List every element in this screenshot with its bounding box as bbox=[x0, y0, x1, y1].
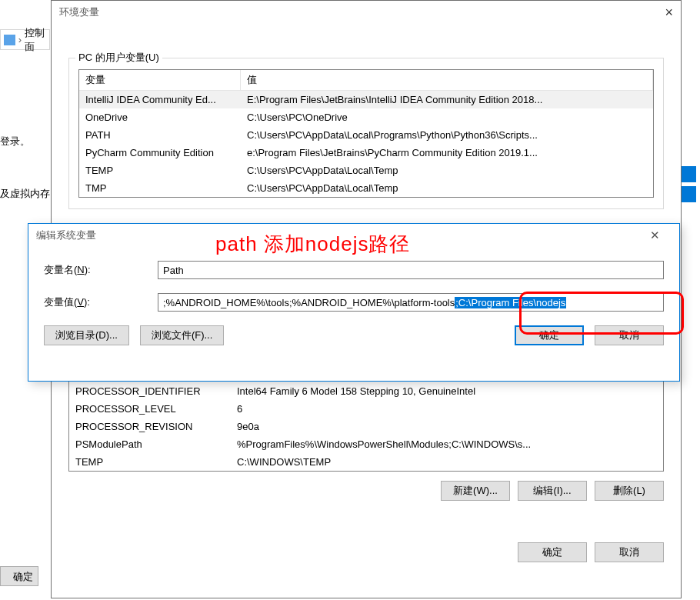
cell-val: 9e0a bbox=[231, 419, 663, 434]
edit-dialog-buttons: 浏览目录(D)... 浏览文件(F)... 确定 取消 bbox=[44, 325, 664, 345]
table-row[interactable]: PyCharm Community Editione:\Program File… bbox=[79, 144, 653, 162]
user-variables-group: PC 的用户变量(U) 变量 值 IntelliJ IDEA Community… bbox=[68, 58, 664, 209]
ok-button[interactable]: 确定 bbox=[518, 542, 587, 562]
browse-directory-button[interactable]: 浏览目录(D)... bbox=[44, 325, 129, 345]
env-vars-title: 环境变量 bbox=[59, 5, 99, 19]
edit-sys-button[interactable]: 编辑(I)... bbox=[518, 481, 587, 501]
cancel-button[interactable]: 取消 bbox=[595, 542, 664, 562]
cell-val: C:\Users\PC\AppData\Local\Temp bbox=[241, 163, 653, 178]
value-prefix-text: ;%ANDROID_HOME%\tools;%ANDROID_HOME%\pla… bbox=[163, 297, 455, 308]
table-row[interactable]: PROCESSOR_LEVEL6 bbox=[69, 400, 663, 418]
annotation-text: path 添加nodejs路径 bbox=[215, 231, 410, 258]
table-row[interactable]: OneDriveC:\Users\PC\OneDrive bbox=[79, 108, 653, 126]
table-row[interactable]: PROCESSOR_IDENTIFIERIntel64 Family 6 Mod… bbox=[69, 382, 663, 400]
cell-var: TEMP bbox=[69, 455, 231, 469]
cell-var: TEMP bbox=[79, 163, 241, 178]
table-row[interactable]: TEMPC:\Users\PC\AppData\Local\Temp bbox=[79, 162, 653, 179]
table-row[interactable]: IntelliJ IDEA Community Ed...E:\Program … bbox=[79, 91, 653, 108]
cell-val: C:\Users\PC\AppData\Local\Temp bbox=[241, 181, 653, 195]
bg-ok-button-fragment[interactable]: 确定 bbox=[0, 566, 38, 586]
table-row[interactable]: TMPC:\Users\PC\AppData\Local\Temp bbox=[79, 179, 653, 197]
table-header: 变量 值 bbox=[79, 70, 653, 91]
cell-val: %ProgramFiles%\WindowsPowerShell\Modules… bbox=[231, 437, 663, 452]
cell-var: PATH bbox=[79, 128, 241, 142]
system-buttons-row: 新建(W)... 编辑(I)... 删除(L) bbox=[68, 481, 664, 501]
variable-name-label: 变量名(N): bbox=[44, 263, 158, 277]
explorer-breadcrumb-fragment: › 控制面 bbox=[0, 29, 50, 50]
cell-val: Intel64 Family 6 Model 158 Stepping 10, … bbox=[231, 384, 663, 398]
ok-button[interactable]: 确定 bbox=[515, 325, 584, 345]
variable-name-input[interactable] bbox=[158, 261, 664, 279]
cell-val: 6 bbox=[231, 402, 663, 416]
delete-sys-button[interactable]: 删除(L) bbox=[595, 481, 664, 501]
bg-text-login: 登录。 bbox=[0, 135, 30, 148]
cell-var: OneDrive bbox=[79, 110, 241, 125]
bg-text-misc: 及虚拟内存 bbox=[0, 187, 50, 201]
close-icon[interactable]: × bbox=[665, 5, 673, 21]
cell-val: E:\Program Files\JetBrains\IntelliJ IDEA… bbox=[241, 92, 653, 107]
cell-var: PyCharm Community Edition bbox=[79, 145, 241, 160]
edit-dialog-title: 编辑系统变量 bbox=[36, 228, 96, 242]
table-row[interactable]: PATHC:\Users\PC\AppData\Local\Programs\P… bbox=[79, 126, 653, 144]
table-row[interactable]: PSModulePath%ProgramFiles%\WindowsPowerS… bbox=[69, 435, 663, 453]
variable-value-label: 变量值(V): bbox=[44, 295, 158, 309]
cell-var: TMP bbox=[79, 181, 241, 195]
cell-val: C:\Users\PC\OneDrive bbox=[241, 110, 653, 125]
new-sys-button[interactable]: 新建(W)... bbox=[441, 481, 510, 501]
cancel-button[interactable]: 取消 bbox=[595, 325, 664, 345]
user-variables-table[interactable]: 变量 值 IntelliJ IDEA Community Ed...E:\Pro… bbox=[78, 69, 654, 198]
cell-var: PROCESSOR_REVISION bbox=[69, 419, 231, 434]
table-row[interactable]: TEMPC:\WINDOWS\TEMP bbox=[69, 453, 663, 471]
dialog-buttons-row: 确定 取消 bbox=[68, 542, 664, 562]
folder-icon bbox=[4, 35, 15, 45]
bg-right-edge bbox=[680, 0, 700, 569]
cell-var: PROCESSOR_LEVEL bbox=[69, 402, 231, 416]
close-icon[interactable]: ✕ bbox=[638, 228, 672, 242]
browse-file-button[interactable]: 浏览文件(F)... bbox=[140, 325, 224, 345]
col-var-header[interactable]: 变量 bbox=[79, 70, 241, 90]
col-val-header[interactable]: 值 bbox=[241, 70, 653, 90]
cell-var: PROCESSOR_IDENTIFIER bbox=[69, 384, 231, 398]
cell-var: PSModulePath bbox=[69, 437, 231, 452]
cell-val: C:\Users\PC\AppData\Local\Programs\Pytho… bbox=[241, 128, 653, 142]
breadcrumb-text: 控制面 bbox=[25, 26, 49, 54]
variable-value-row: 变量值(V): ;%ANDROID_HOME%\tools;%ANDROID_H… bbox=[44, 293, 664, 312]
cell-val: e:\Program Files\JetBrains\PyCharm Commu… bbox=[241, 145, 653, 160]
value-selected-text: ;C:\Program Files\nodejs bbox=[455, 297, 566, 308]
variable-value-input[interactable]: ;%ANDROID_HOME%\tools;%ANDROID_HOME%\pla… bbox=[158, 293, 664, 312]
variable-name-row: 变量名(N): bbox=[44, 261, 664, 279]
table-row[interactable]: PROCESSOR_REVISION9e0a bbox=[69, 418, 663, 435]
user-variables-label: PC 的用户变量(U) bbox=[75, 51, 162, 65]
cell-val: C:\WINDOWS\TEMP bbox=[231, 455, 663, 469]
cell-var: IntelliJ IDEA Community Ed... bbox=[79, 92, 241, 107]
chevron-right-icon: › bbox=[18, 34, 22, 45]
env-vars-titlebar: 环境变量 × bbox=[52, 1, 681, 24]
